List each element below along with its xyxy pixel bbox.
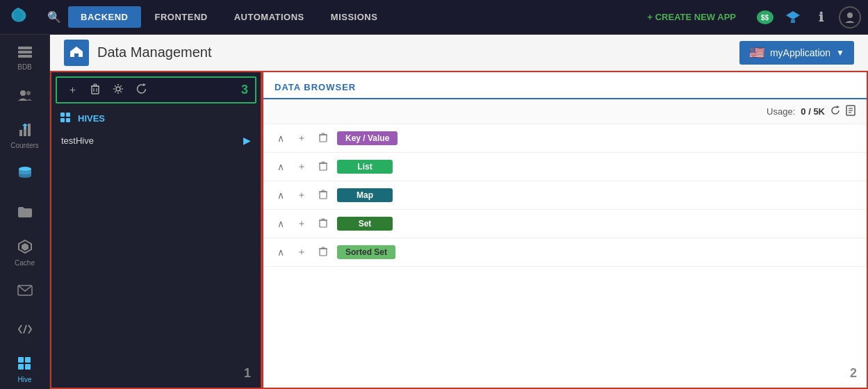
- left-sidebar: BDB Counters: [0, 35, 50, 389]
- settings-hive-button[interactable]: [109, 82, 127, 98]
- sidebar-item-files[interactable]: [0, 196, 49, 232]
- svg-rect-44: [322, 133, 325, 135]
- refresh-hive-button[interactable]: [133, 82, 151, 98]
- table-row: ∧ ＋ List: [263, 153, 867, 181]
- sidebar-item-code[interactable]: [0, 313, 49, 349]
- app-selector[interactable]: 🇺🇸 myApplication ▼: [739, 41, 854, 65]
- graduation-icon[interactable]: [783, 8, 803, 27]
- tab-frontend[interactable]: FRONTEND: [142, 6, 220, 28]
- sortedset-type-badge[interactable]: Sorted Set: [337, 245, 395, 259]
- email-icon: [17, 283, 33, 299]
- add-hive-button[interactable]: ＋: [64, 82, 81, 98]
- svg-rect-56: [322, 247, 325, 249]
- sidebar-item-hive[interactable]: Hive: [0, 351, 49, 388]
- cache-icon: [17, 239, 33, 258]
- svg-point-9: [26, 91, 31, 95]
- delete-sortedset-button[interactable]: [316, 246, 330, 259]
- svg-rect-48: [320, 192, 327, 199]
- counters-icon: [17, 123, 33, 140]
- table-row: ∧ ＋ Sorted Set: [263, 238, 867, 267]
- sidebar-item-db[interactable]: [0, 157, 49, 193]
- delete-set-button[interactable]: [316, 217, 330, 231]
- users-icon: [17, 89, 33, 105]
- svg-rect-21: [18, 364, 24, 370]
- search-button[interactable]: 🔍: [40, 8, 68, 26]
- expand-list-button[interactable]: ∧: [275, 160, 287, 173]
- hive-item-name: testHive: [61, 135, 94, 146]
- svg-point-4: [847, 13, 853, 18]
- delete-kv-button[interactable]: [316, 132, 330, 145]
- code-icon: [17, 322, 33, 338]
- create-new-app-button[interactable]: + CREATE NEW APP: [639, 9, 745, 25]
- header-bar: Data Management 🇺🇸 myApplication ▼: [50, 35, 868, 71]
- delete-list-button[interactable]: [316, 160, 330, 174]
- svg-rect-19: [18, 357, 24, 363]
- svg-rect-12: [28, 124, 31, 136]
- svg-point-33: [116, 87, 120, 91]
- app-name: myApplication: [770, 47, 830, 58]
- svg-marker-16: [22, 243, 28, 251]
- add-kv-button[interactable]: ＋: [294, 131, 309, 145]
- sidebar-item-users[interactable]: [0, 79, 49, 115]
- usage-label: Usage:: [767, 106, 795, 117]
- add-set-button[interactable]: ＋: [294, 217, 309, 231]
- svg-rect-36: [60, 118, 65, 122]
- svg-rect-10: [19, 130, 22, 136]
- info-icon[interactable]: ℹ: [811, 8, 830, 27]
- sidebar-label-cache: Cache: [15, 259, 35, 267]
- data-browser-title: DATA BROWSER: [275, 82, 356, 99]
- user-avatar[interactable]: [839, 6, 861, 28]
- svg-rect-28: [92, 86, 99, 94]
- hive-item-arrow-icon: ▶: [243, 135, 251, 146]
- expand-set-button[interactable]: ∧: [275, 217, 287, 230]
- coins-icon[interactable]: $$: [755, 8, 775, 27]
- tab-backend[interactable]: BACKEND: [68, 6, 141, 28]
- svg-rect-53: [322, 219, 325, 220]
- sidebar-item-bdb[interactable]: BDB: [0, 40, 49, 76]
- hive-section-header: HIVES: [51, 108, 261, 129]
- logo[interactable]: [7, 5, 29, 30]
- sidebar-item-cache[interactable]: Cache: [0, 235, 49, 271]
- map-type-badge[interactable]: Map: [337, 188, 393, 202]
- svg-rect-6: [18, 51, 32, 53]
- home-button[interactable]: [64, 40, 89, 66]
- svg-rect-22: [25, 364, 31, 370]
- sidebar-item-email[interactable]: [0, 274, 49, 310]
- svg-point-8: [20, 90, 26, 96]
- data-browser-panel: DATA BROWSER Usage: 0 / 5K ∧: [262, 71, 868, 389]
- chevron-down-icon: ▼: [836, 48, 844, 58]
- main-layout: BDB Counters: [0, 35, 868, 389]
- add-map-button[interactable]: ＋: [294, 188, 309, 202]
- table-row: ∧ ＋ Map: [263, 181, 867, 210]
- set-type-badge[interactable]: Set: [337, 217, 393, 231]
- svg-rect-54: [320, 249, 327, 256]
- hive-icon: [17, 356, 33, 374]
- svg-rect-35: [66, 113, 70, 117]
- download-usage-icon[interactable]: [846, 105, 855, 118]
- hive-toolbar: ＋ 3: [56, 76, 256, 104]
- data-browser-content: ∧ ＋ Key / Value ∧ ＋ List: [263, 124, 867, 388]
- top-nav-icons: $$ ℹ: [755, 6, 861, 28]
- delete-map-button[interactable]: [316, 189, 330, 202]
- bdb-icon: [17, 46, 33, 62]
- data-browser-header: DATA BROWSER: [263, 72, 867, 99]
- toolbar-number: 3: [241, 83, 248, 97]
- svg-rect-20: [25, 357, 31, 363]
- sidebar-label-counters: Counters: [10, 142, 39, 149]
- list-item[interactable]: testHive ▶: [51, 129, 261, 151]
- expand-sortedset-button[interactable]: ∧: [275, 246, 287, 258]
- kv-type-badge[interactable]: Key / Value: [337, 131, 398, 145]
- sidebar-item-counters[interactable]: Counters: [0, 118, 49, 154]
- add-list-button[interactable]: ＋: [294, 160, 309, 174]
- expand-map-button[interactable]: ∧: [275, 189, 287, 201]
- list-type-badge[interactable]: List: [337, 160, 393, 174]
- tab-missions[interactable]: MISSIONS: [318, 6, 391, 28]
- add-sortedset-button[interactable]: ＋: [294, 245, 309, 259]
- expand-kv-button[interactable]: ∧: [275, 132, 287, 144]
- top-navigation: 🔍 BACKEND FRONTEND AUTOMATIONS MISSIONS …: [0, 0, 868, 35]
- delete-hive-button[interactable]: [87, 82, 104, 98]
- sidebar-label-hive: Hive: [17, 376, 31, 383]
- svg-rect-47: [322, 162, 325, 163]
- refresh-usage-icon[interactable]: [830, 106, 840, 117]
- tab-automations[interactable]: AUTOMATIONS: [222, 6, 317, 28]
